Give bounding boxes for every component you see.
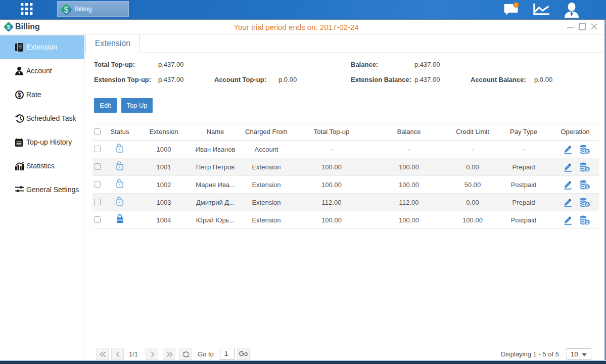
svg-text:!: ! [516,3,517,8]
svg-text:$: $ [586,220,588,225]
svg-text:$: $ [586,149,588,154]
svg-text:$: $ [586,167,588,172]
svg-text:$: $ [586,202,588,207]
svg-text:$: $ [64,6,69,14]
svg-text:$: $ [586,185,588,190]
svg-text:$: $ [18,92,21,99]
